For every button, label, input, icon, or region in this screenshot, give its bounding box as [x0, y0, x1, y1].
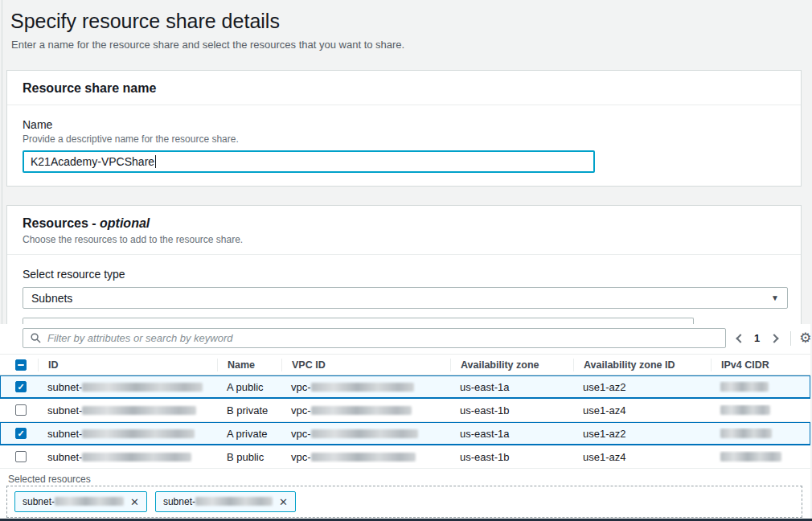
- check-icon: ✓: [17, 429, 24, 438]
- table-row[interactable]: ✓ subnet- B private vpc- us-east-1b use1…: [0, 399, 810, 422]
- chip-label: subnet-: [163, 496, 273, 507]
- redacted-text: [82, 453, 191, 462]
- row-checkbox[interactable]: ✓: [15, 451, 27, 462]
- cell-ipv4-cidr: [711, 451, 810, 463]
- panel-body: Select resource type Subnets ▼: [7, 255, 801, 322]
- close-icon: ✕: [130, 496, 139, 508]
- cell-vpc-id: vpc-: [281, 404, 450, 416]
- row-checkbox[interactable]: ✓: [15, 404, 27, 416]
- redacted-text: [720, 429, 772, 438]
- redacted-text: [720, 405, 770, 415]
- pager-divider: [790, 331, 791, 346]
- cell-name: A private: [217, 428, 281, 440]
- table-filter-input[interactable]: Filter by attributes or search by keywor…: [23, 328, 726, 348]
- resource-type-select[interactable]: Subnets ▼: [23, 287, 788, 309]
- close-icon: ✕: [279, 496, 288, 508]
- text-cursor: [155, 155, 156, 168]
- next-page-button[interactable]: [766, 330, 784, 347]
- panel-title: Resource share name: [23, 81, 785, 96]
- cell-subnet-id: subnet-: [38, 381, 217, 393]
- cell-vpc-id: vpc-: [281, 428, 450, 440]
- name-input[interactable]: K21Academy-VPCShare: [23, 150, 595, 173]
- redacted-text: [311, 453, 416, 462]
- table-row[interactable]: ✓ subnet- A public vpc- us-east-1a use1-…: [0, 375, 810, 399]
- redacted-text: [55, 497, 124, 506]
- page-title: Specify resource share details: [10, 10, 280, 33]
- table-row[interactable]: ✓ subnet- A private vpc- us-east-1a use1…: [0, 422, 810, 445]
- cell-availability-zone-id: use1-az2: [573, 428, 711, 440]
- redacted-text: [311, 406, 412, 415]
- resource-type-label: Select resource type: [23, 268, 785, 281]
- column-header-availability-zone-id[interactable]: Availability zone ID: [573, 359, 711, 371]
- redacted-text: [311, 429, 418, 438]
- chevron-right-icon: [769, 334, 778, 343]
- panel-description: Choose the resources to add to the resou…: [23, 234, 785, 245]
- selected-resources-container: subnet- ✕ subnet- ✕: [6, 486, 802, 518]
- cell-availability-zone: us-east-1b: [450, 451, 573, 463]
- table-settings-button[interactable]: ⚙: [799, 331, 811, 345]
- page-subtitle: Enter a name for the resource share and …: [11, 39, 404, 51]
- resource-type-value: Subnets: [31, 292, 72, 305]
- cell-name: A public: [217, 381, 281, 393]
- cell-availability-zone: us-east-1a: [450, 428, 573, 440]
- table-body: ✓ subnet- A public vpc- us-east-1a use1-…: [0, 375, 810, 469]
- previous-page-button[interactable]: [730, 330, 748, 347]
- select-all-checkbox[interactable]: [15, 359, 27, 371]
- redacted-text: [720, 452, 781, 462]
- panel-body: Name Provide a descriptive name for the …: [7, 105, 801, 186]
- remove-chip-button[interactable]: ✕: [130, 496, 139, 508]
- chip-label: subnet-: [23, 496, 124, 507]
- optional-label: optional: [100, 216, 150, 230]
- redacted-text: [82, 383, 203, 392]
- column-header-ipv4-cidr[interactable]: IPv4 CIDR: [711, 359, 810, 371]
- name-input-value: K21Academy-VPCShare: [31, 155, 154, 168]
- subnets-table-widget: Filter by attributes or search by keywor…: [0, 324, 810, 519]
- selected-resources-label: Selected resources: [8, 474, 91, 485]
- cell-availability-zone-id: use1-az2: [573, 381, 711, 393]
- column-header-name[interactable]: Name: [217, 359, 281, 371]
- cell-ipv4-cidr: [711, 381, 810, 393]
- table-pagination: 1 ⚙: [730, 328, 811, 348]
- panel-title: Resources - optional: [23, 216, 785, 231]
- resource-share-name-panel: Resource share name Name Provide a descr…: [6, 70, 802, 187]
- redacted-text: [720, 382, 769, 392]
- check-icon: ✓: [17, 383, 24, 392]
- cell-name: B private: [217, 404, 281, 416]
- chevron-left-icon: [736, 334, 744, 343]
- selected-resource-chip: subnet- ✕: [14, 491, 147, 512]
- redacted-text: [195, 497, 273, 506]
- chevron-down-icon: ▼: [771, 293, 779, 302]
- cell-subnet-id: subnet-: [38, 404, 217, 416]
- remove-chip-button[interactable]: ✕: [279, 496, 288, 508]
- table-row[interactable]: ✓ subnet- B public vpc- us-east-1b use1-…: [0, 445, 810, 469]
- filter-placeholder: Filter by attributes or search by keywor…: [47, 332, 232, 344]
- current-page-number[interactable]: 1: [748, 332, 766, 344]
- cell-ipv4-cidr: [711, 404, 810, 416]
- cell-availability-zone: us-east-1a: [450, 381, 573, 393]
- redacted-text: [82, 406, 196, 415]
- cell-subnet-id: subnet-: [38, 451, 217, 463]
- panel-header: Resources - optional Choose the resource…: [7, 206, 801, 255]
- name-field-help: Provide a descriptive name for the resou…: [23, 133, 785, 145]
- cell-availability-zone-id: use1-az4: [573, 404, 711, 416]
- gear-icon: ⚙: [799, 330, 811, 346]
- table-header-row: ID Name VPC ID Availability zone Availab…: [0, 354, 810, 375]
- name-field-label: Name: [23, 118, 785, 131]
- cell-vpc-id: vpc-: [281, 451, 450, 463]
- redacted-text: [311, 383, 414, 392]
- cell-subnet-id: subnet-: [38, 428, 217, 440]
- column-header-availability-zone[interactable]: Availability zone: [450, 359, 573, 371]
- search-icon: [31, 333, 41, 343]
- cell-availability-zone-id: use1-az4: [573, 451, 711, 463]
- row-checkbox[interactable]: ✓: [15, 428, 27, 439]
- column-header-vpc-id[interactable]: VPC ID: [281, 359, 450, 371]
- selected-resource-chip: subnet- ✕: [155, 491, 296, 512]
- redacted-text: [82, 429, 195, 438]
- row-checkbox[interactable]: ✓: [15, 381, 27, 392]
- cell-availability-zone: us-east-1b: [450, 404, 573, 416]
- cell-vpc-id: vpc-: [281, 381, 450, 393]
- panel-header: Resource share name: [7, 71, 801, 105]
- column-header-id[interactable]: ID: [38, 359, 217, 371]
- cell-name: B public: [217, 451, 281, 463]
- cell-ipv4-cidr: [711, 428, 810, 440]
